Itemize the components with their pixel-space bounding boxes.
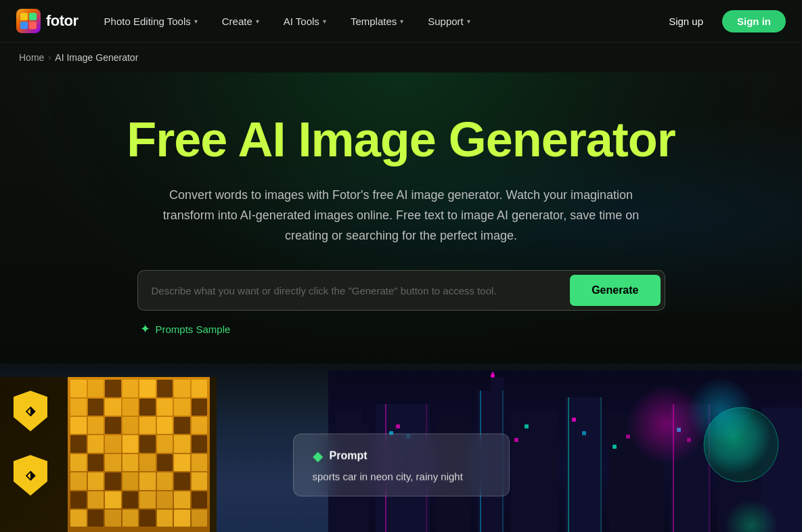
breadcrumb-home[interactable]: Home	[19, 52, 44, 63]
svg-rect-9	[491, 377, 504, 397]
svg-rect-32	[582, 431, 586, 435]
svg-rect-2	[20, 22, 28, 29]
signin-button[interactable]: Sign in	[722, 10, 786, 32]
hero-subtitle: Convert words to images with Fotor's fre…	[158, 185, 645, 246]
svg-rect-1	[29, 13, 37, 20]
main-nav: fotor Photo Editing Tools ▾ Create ▾ AI …	[0, 0, 802, 43]
svg-rect-27	[396, 424, 400, 428]
logo-icon	[16, 9, 41, 33]
svg-rect-5	[335, 411, 362, 431]
nav-photo-editing-tools[interactable]: Photo Editing Tools ▾	[95, 10, 207, 32]
spark-icon: ◆	[313, 448, 323, 464]
ferrari-logos: ⬗ ⬗	[14, 391, 47, 495]
svg-rect-3	[29, 22, 37, 29]
nav-support[interactable]: Support ▾	[418, 10, 480, 32]
svg-rect-10	[511, 411, 558, 532]
hero-title: Free AI Image Generator	[14, 113, 788, 167]
svg-rect-29	[514, 438, 518, 442]
nav-templates[interactable]: Templates ▾	[341, 10, 413, 32]
svg-point-25	[491, 372, 494, 374]
preview-section: ⬗ ⬗	[0, 363, 802, 532]
nav-create[interactable]: Create ▾	[213, 10, 269, 32]
chevron-down-icon: ▾	[400, 18, 403, 25]
chevron-down-icon: ▾	[256, 18, 259, 25]
prompt-card: ◆ Prompt sports car in neon city, rainy …	[293, 434, 510, 497]
breadcrumb: Home › AI Image Generator	[0, 43, 802, 72]
chevron-down-icon: ▾	[323, 18, 326, 25]
left-building: ⬗ ⬗	[0, 377, 217, 532]
spark-icon: ✦	[140, 322, 150, 336]
logo[interactable]: fotor	[16, 9, 79, 33]
search-bar: Generate	[137, 270, 665, 311]
svg-rect-31	[572, 418, 576, 422]
neon-cyan-glow	[687, 377, 755, 445]
prompt-label: Prompt	[330, 450, 367, 462]
hero-section: Free AI Image Generator Convert words to…	[0, 72, 802, 363]
shield-2: ⬗	[14, 455, 47, 495]
chevron-down-icon: ▾	[467, 18, 470, 25]
svg-rect-11	[565, 397, 602, 532]
signup-button[interactable]: Sign up	[655, 10, 717, 32]
chevron-down-icon: ▾	[194, 18, 198, 25]
window-building	[68, 377, 210, 532]
prompts-sample[interactable]: ✦ Prompts Sample	[137, 322, 665, 336]
windows-grid	[68, 377, 210, 532]
prompts-sample-label: Prompts Sample	[156, 324, 231, 335]
svg-rect-0	[20, 13, 28, 20]
nav-ai-tools[interactable]: AI Tools ▾	[274, 10, 336, 32]
svg-rect-30	[525, 424, 529, 428]
search-input[interactable]	[138, 271, 566, 310]
logo-text: fotor	[46, 12, 79, 30]
shield-1: ⬗	[14, 391, 47, 431]
prompt-text: sports car in neon city, rainy night	[313, 471, 490, 483]
generate-button[interactable]: Generate	[570, 275, 660, 306]
prompt-card-header: ◆ Prompt	[313, 448, 490, 464]
breadcrumb-separator: ›	[48, 53, 51, 62]
breadcrumb-current: AI Image Generator	[55, 52, 138, 63]
svg-rect-33	[612, 445, 617, 449]
